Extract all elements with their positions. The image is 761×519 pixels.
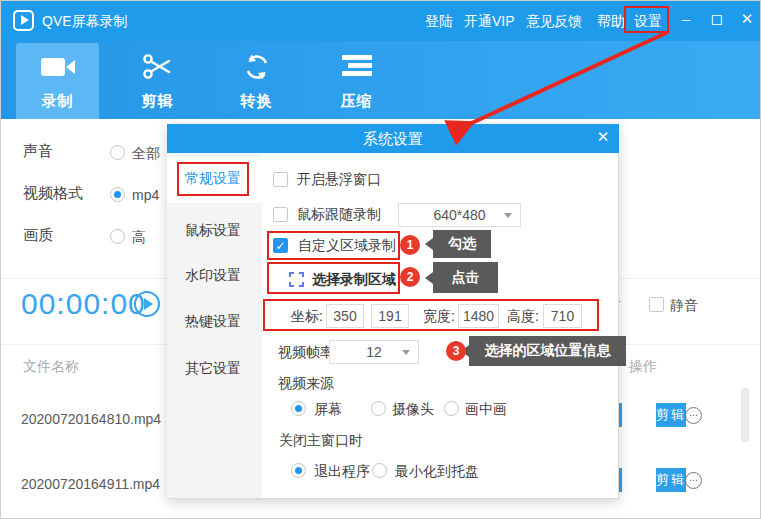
minimize-tray-label: 最小化到托盘 xyxy=(395,463,479,481)
dialog-title: 系统设置 xyxy=(167,130,619,149)
width-label: 宽度: xyxy=(423,308,455,326)
source-screen-radio[interactable] xyxy=(291,401,306,416)
tooltip-click: 点击 xyxy=(433,262,498,293)
edit-file-button[interactable]: 剪辑 xyxy=(656,403,686,427)
main-toolbar: 录制 剪辑 转换 xyxy=(1,41,761,119)
maximize-button[interactable]: ◻ xyxy=(707,10,727,28)
action-header: 操作 xyxy=(629,358,657,376)
float-window-label: 开启悬浮窗口 xyxy=(297,171,381,189)
chevron-down-icon xyxy=(402,350,410,355)
mute-label: 静音 xyxy=(670,297,698,315)
sidebar-item-general[interactable]: 常规设置 xyxy=(185,170,241,188)
minimize-tray-radio[interactable] xyxy=(372,463,387,478)
quality-high-radio[interactable] xyxy=(110,229,125,244)
tab-convert[interactable]: 转换 xyxy=(215,41,298,119)
close-behavior-label: 关闭主窗口时 xyxy=(279,432,363,450)
mouse-follow-size-dropdown[interactable]: 640*480 xyxy=(398,203,521,227)
quality-label: 画质 xyxy=(23,226,53,245)
app-logo-icon xyxy=(13,10,34,31)
tooltip-region-info: 选择的区域位置信息 xyxy=(469,336,626,366)
custom-region-label: 自定义区域录制 xyxy=(298,237,396,255)
minimize-button[interactable]: – xyxy=(676,10,696,27)
step-badge-2: 2 xyxy=(400,267,420,287)
edit-file-button[interactable]: 剪辑 xyxy=(656,468,686,492)
format-mp4-radio[interactable] xyxy=(110,187,125,202)
dialog-close-icon[interactable]: ✕ xyxy=(592,128,614,150)
tab-record[interactable]: 录制 xyxy=(16,41,99,119)
exit-program-label: 退出程序 xyxy=(314,463,370,481)
tooltip-notch xyxy=(425,272,433,284)
quality-high-label: 高 xyxy=(132,229,146,247)
step-badge-3: 3 xyxy=(446,341,466,361)
source-screen-label: 屏幕 xyxy=(314,401,342,419)
chevron-down-icon xyxy=(504,213,512,218)
height-input[interactable] xyxy=(543,304,582,328)
sound-all-radio[interactable] xyxy=(110,145,125,160)
video-source-label: 视频来源 xyxy=(278,375,334,393)
recording-timer: 00:00:00 xyxy=(21,287,146,321)
title-bar: QVE屏幕录制 登陆 开通VIP 意见反馈 帮助 设置 – ◻ ✕ xyxy=(1,1,761,41)
sound-all-label: 全部 xyxy=(132,145,160,163)
scrollbar-thumb[interactable] xyxy=(741,388,749,442)
step-badge-1: 1 xyxy=(400,235,420,255)
start-record-button[interactable] xyxy=(134,291,160,317)
source-pip-radio[interactable] xyxy=(444,401,459,416)
source-pip-label: 画中画 xyxy=(465,401,507,419)
menu-feedback[interactable]: 意见反馈 xyxy=(526,13,582,31)
menu-help[interactable]: 帮助 xyxy=(597,13,625,31)
source-camera-label: 摄像头 xyxy=(392,401,434,419)
more-options-icon[interactable]: ⋯ xyxy=(685,472,702,489)
more-options-icon[interactable]: ⋯ xyxy=(685,407,702,424)
video-format-label: 视频格式 xyxy=(23,184,83,203)
menu-settings[interactable]: 设置 xyxy=(634,13,662,31)
file-row-name[interactable]: 20200720164810.mp4 xyxy=(21,411,161,427)
tooltip-notch xyxy=(425,238,433,250)
region-select-icon xyxy=(289,272,304,287)
width-input[interactable] xyxy=(458,304,499,328)
compress-icon xyxy=(342,55,372,81)
app-window: QVE屏幕录制 登陆 开通VIP 意见反馈 帮助 设置 – ◻ ✕ 录制 xyxy=(0,0,761,519)
height-label: 高度: xyxy=(507,308,539,326)
source-camera-radio[interactable] xyxy=(371,401,386,416)
exit-program-radio[interactable] xyxy=(291,463,306,478)
scissors-icon xyxy=(142,52,174,82)
framerate-label: 视频帧率 xyxy=(278,344,334,362)
coord-x-input[interactable] xyxy=(326,304,364,328)
convert-refresh-icon xyxy=(242,52,272,82)
sidebar-item-watermark[interactable]: 水印设置 xyxy=(185,267,241,285)
tab-compress[interactable]: 压缩 xyxy=(315,41,398,119)
app-title: QVE屏幕录制 xyxy=(42,13,128,31)
close-button[interactable]: ✕ xyxy=(737,10,757,28)
coord-label: 坐标: xyxy=(291,308,323,326)
float-window-checkbox[interactable] xyxy=(273,172,288,187)
mouse-follow-checkbox[interactable] xyxy=(273,207,288,222)
file-name-header: 文件名称 xyxy=(23,358,79,376)
tab-edit[interactable]: 剪辑 xyxy=(116,41,199,119)
mute-checkbox[interactable] xyxy=(649,297,664,312)
sidebar-item-hotkey[interactable]: 热键设置 xyxy=(185,313,241,331)
select-region-button[interactable]: 选择录制区域 xyxy=(285,270,400,290)
sound-label: 声音 xyxy=(23,142,53,161)
sidebar-item-other[interactable]: 其它设置 xyxy=(185,360,241,378)
format-mp4-label: mp4 xyxy=(132,187,159,203)
tooltip-check: 勾选 xyxy=(433,230,491,258)
camera-icon xyxy=(41,55,75,79)
custom-region-checkbox[interactable]: ✓ xyxy=(273,238,288,253)
framerate-dropdown[interactable]: 12 xyxy=(329,340,419,364)
menu-login[interactable]: 登陆 xyxy=(425,13,453,31)
mouse-follow-label: 鼠标跟随录制 xyxy=(297,206,381,224)
menu-vip[interactable]: 开通VIP xyxy=(464,13,515,31)
sidebar-item-mouse[interactable]: 鼠标设置 xyxy=(185,222,241,240)
file-row-name[interactable]: 20200720164911.mp4 xyxy=(21,476,160,492)
coord-y-input[interactable] xyxy=(371,304,409,328)
